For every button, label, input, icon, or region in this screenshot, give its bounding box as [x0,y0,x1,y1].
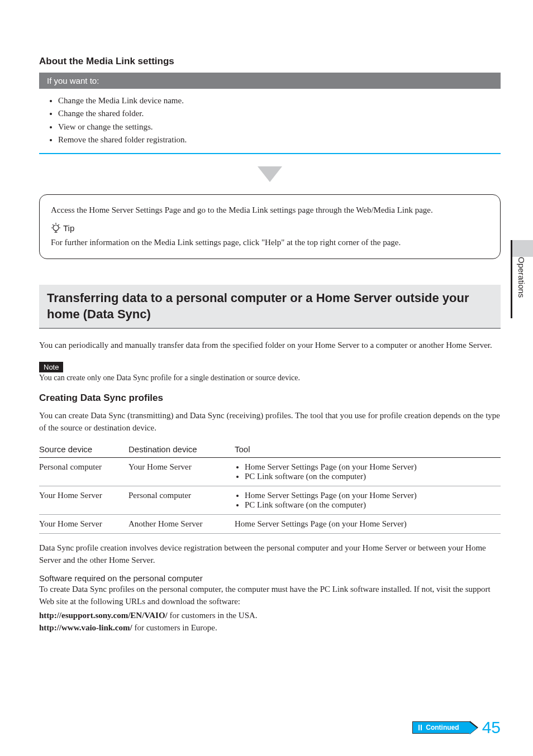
th-dest: Destination device [129,441,235,458]
url1-rest: for customers in the USA. [168,611,258,620]
continued-badge: Continued [412,721,469,734]
page-footer: Continued 45 [412,718,501,737]
profiles-table: Source device Destination device Tool Pe… [39,441,501,534]
url-line-1: http://esupport.sony.com/EN/VAIO/ for cu… [39,609,501,622]
tip-label: Tip [63,222,74,235]
tool-item: PC Link software (on the computer) [245,500,496,510]
cell-src: Your Home Server [39,486,129,514]
page-number: 45 [482,718,501,737]
instruction-text: Access the Home Server Settings Page and… [51,204,489,217]
instruction-box: Access the Home Server Settings Page and… [39,194,501,259]
url-line-2: http://www.vaio-link.com/ for customers … [39,621,501,634]
side-section-label: Operations [517,257,526,298]
cell-tool: Home Server Settings Page (on your Home … [235,457,501,486]
section-title: Transferring data to a personal computer… [39,285,501,329]
cell-tool: Home Server Settings Page (on your Home … [235,486,501,514]
profiles-intro: You can create Data Sync (transmitting) … [39,409,501,434]
cell-dst: Personal computer [129,486,235,514]
list-item: Remove the shared folder registration. [58,133,493,146]
url1[interactable]: http://esupport.sony.com/EN/VAIO/ [39,611,168,620]
pause-icon [418,725,422,730]
section-title-text: Transferring data to a personal computer… [47,290,493,322]
list-item: Change the Media Link device name. [58,94,493,107]
about-list: Change the Media Link device name. Chang… [39,89,501,153]
th-source: Source device [39,441,129,458]
profiles-heading: Creating Data Sync profiles [39,393,501,404]
continued-label: Continued [426,724,459,731]
table-row: Personal computer Your Home Server Home … [39,457,501,486]
profiles-after: Data Sync profile creation involves devi… [39,542,501,567]
list-item: View or change the settings. [58,121,493,133]
svg-point-0 [53,225,59,231]
continued-badge-wrap: Continued [412,721,469,734]
software-subhead: Software required on the personal comput… [39,573,501,583]
table-row: Your Home Server Another Home Server Hom… [39,514,501,533]
cell-src: Your Home Server [39,514,129,533]
transfer-intro: You can periodically and manually transf… [39,339,501,352]
svg-line-4 [53,224,54,226]
tip-text: For further information on the Media Lin… [51,236,489,249]
th-tool: Tool [235,441,501,458]
arrow-down-icon [258,166,282,182]
url2[interactable]: http://www.vaio-link.com/ [39,623,132,632]
software-p: To create Data Sync profiles on the pers… [39,583,501,608]
note-text: You can create only one Data Sync profil… [39,374,501,382]
tool-item: PC Link software (on the computer) [245,472,496,481]
cell-tool: Home Server Settings Page (on your Home … [235,514,501,533]
about-block: If you want to: Change the Media Link de… [39,73,501,154]
url2-rest: for customers in Europe. [132,623,217,632]
svg-line-5 [58,224,59,226]
note-chip: Note [39,362,63,372]
tool-item: Home Server Settings Page (on your Home … [245,462,496,472]
table-row: Your Home Server Personal computer Home … [39,486,501,514]
tool-item: Home Server Settings Page (on your Home … [245,491,496,500]
tip-lightbulb-icon [51,222,61,235]
about-heading: About the Media Link settings [39,56,501,67]
cell-src: Personal computer [39,457,129,486]
list-item: Change the shared folder. [58,107,493,120]
cell-dst: Your Home Server [129,457,235,486]
cell-dst: Another Home Server [129,514,235,533]
if-you-want-to-bar: If you want to: [39,73,501,89]
